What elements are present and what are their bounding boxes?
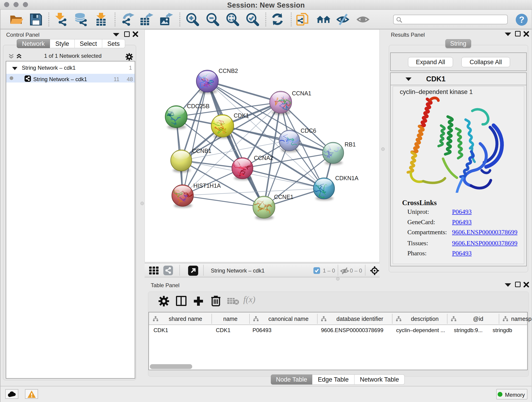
svg-text:CDK1: CDK1 xyxy=(234,112,249,119)
svg-text:CCNA2: CCNA2 xyxy=(254,155,273,161)
svg-text:RB1: RB1 xyxy=(345,141,356,148)
svg-text:HIST1H1A: HIST1H1A xyxy=(193,182,221,189)
svg-text:CCNB2: CCNB2 xyxy=(219,68,238,74)
svg-text:CDC6: CDC6 xyxy=(301,128,316,134)
svg-text:CDKN1A: CDKN1A xyxy=(335,175,359,181)
svg-text:CCNE1: CCNE1 xyxy=(274,194,293,200)
svg-text:CCNB1: CCNB1 xyxy=(192,148,211,154)
svg-text:CDC25B: CDC25B xyxy=(187,103,210,109)
svg-text:CCNA1: CCNA1 xyxy=(292,90,311,96)
